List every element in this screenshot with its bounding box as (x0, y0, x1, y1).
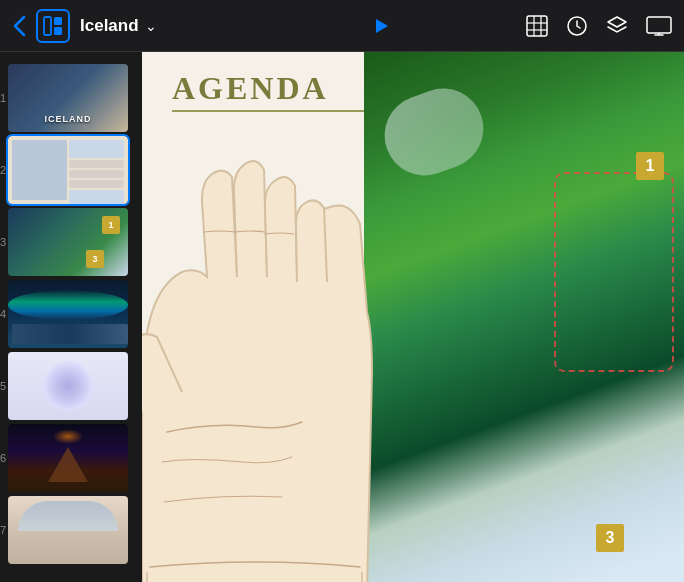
toolbar-left: Iceland ⌄ (12, 9, 157, 43)
map-marker-3: 3 (596, 524, 624, 552)
present-icon[interactable] (646, 15, 672, 37)
toolbar-right (526, 15, 672, 37)
slide-number-3: 3 (0, 236, 6, 248)
slide-number-5: 5 (0, 380, 6, 392)
title-dropdown-icon: ⌄ (145, 18, 157, 34)
layers-icon[interactable] (606, 15, 628, 37)
table-icon[interactable] (526, 15, 548, 37)
slide-preview-6 (8, 424, 128, 492)
slide-thumbnail-4[interactable]: 4 (8, 280, 134, 348)
map-marker-1: 1 (636, 152, 664, 180)
toolbar: Iceland ⌄ (0, 0, 684, 52)
slide-heading: AGENDA (172, 70, 329, 107)
slide-canvas: AGENDA 1 3 (142, 52, 684, 582)
svg-rect-3 (527, 16, 547, 36)
svg-rect-2 (54, 27, 62, 35)
slide-thumbnail-5[interactable]: 5 (8, 352, 134, 420)
slide-thumbnail-7[interactable]: 7 (8, 496, 134, 564)
view-toggle-button[interactable] (36, 9, 70, 43)
slide-thumbnail-6[interactable]: 6 (8, 424, 134, 492)
svg-rect-9 (647, 17, 671, 33)
slide-thumbnail-3[interactable]: 3 1 3 (8, 208, 134, 276)
slide-preview-5 (8, 352, 128, 420)
slide-preview-2 (8, 136, 128, 204)
slide-preview-1: ICELAND (8, 64, 128, 132)
slide-map: 1 3 (364, 52, 684, 582)
map-route-line (554, 172, 674, 372)
slide-number-2: 2 (0, 164, 6, 176)
back-button[interactable] (12, 15, 26, 37)
slide-panel: 1 ICELAND 2 3 1 3 4 (0, 52, 142, 582)
slide-number-6: 6 (0, 452, 6, 464)
slide-editor: AGENDA 1 3 (142, 52, 684, 582)
slide-preview-4 (8, 280, 128, 348)
slide-number-4: 4 (0, 308, 6, 320)
svg-rect-0 (44, 17, 51, 35)
slide-preview-7 (8, 496, 128, 564)
clock-icon[interactable] (566, 15, 588, 37)
slide-preview-3: 1 3 (8, 208, 128, 276)
slide-number-1: 1 (0, 92, 6, 104)
svg-rect-1 (54, 17, 62, 25)
slide-thumbnail-1[interactable]: 1 ICELAND (8, 64, 134, 132)
slide-1-label: ICELAND (45, 114, 92, 124)
slide-number-7: 7 (0, 524, 6, 536)
play-button[interactable] (370, 15, 392, 37)
toolbar-center (157, 15, 526, 37)
presentation-title: Iceland (80, 16, 139, 36)
slide-thumbnail-2[interactable]: 2 (8, 136, 134, 204)
title-area[interactable]: Iceland ⌄ (80, 16, 157, 36)
